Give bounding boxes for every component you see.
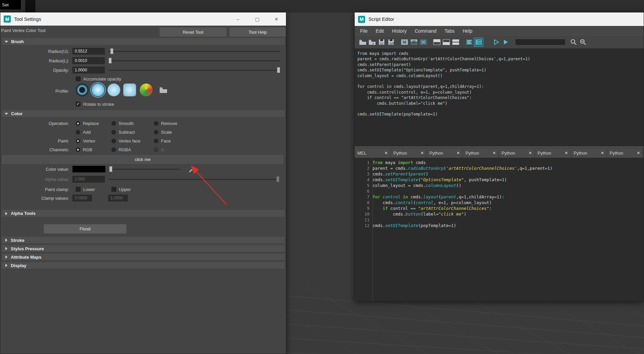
radio-vertex[interactable]: Vertex — [76, 137, 95, 144]
radio-rgb[interactable]: RGB — [76, 146, 92, 153]
editor-tab-python[interactable]: Python✕ — [499, 148, 535, 158]
tab-close-icon[interactable]: ✕ — [457, 151, 460, 155]
brush-profile-soft-icon[interactable] — [92, 84, 104, 96]
upper-clamp-checkbox[interactable]: Upper — [111, 186, 131, 193]
save-script-as-button[interactable] — [386, 38, 396, 46]
slider-handle[interactable] — [277, 67, 280, 73]
clear-history-button[interactable] — [400, 38, 409, 46]
editor-tab-python[interactable]: Python✕ — [463, 148, 499, 158]
menu-help[interactable]: Help — [462, 28, 472, 34]
section-header-brush[interactable]: Brush — [2, 38, 285, 45]
slider-handle[interactable] — [109, 58, 111, 63]
radio-label: RGBA — [119, 147, 131, 152]
line-numbers-toggle-button[interactable] — [474, 38, 483, 46]
lower-clamp-checkbox[interactable]: Lower — [76, 186, 95, 193]
checkbox-label: Accumulate opacity — [83, 76, 121, 82]
editor-tab-python[interactable]: Python✕ — [535, 148, 571, 158]
slider-handle[interactable] — [109, 166, 112, 172]
search-input[interactable] — [515, 39, 566, 45]
radio-replace[interactable]: Replace — [76, 120, 99, 127]
script-input-pane[interactable]: 1from maya import cmds2parent = cmds.rad… — [355, 158, 644, 301]
source-script-button[interactable] — [367, 38, 377, 46]
tab-close-icon[interactable]: ✕ — [601, 151, 604, 155]
rotate-to-stroke-checkbox[interactable]: Rotate to stroke — [76, 101, 114, 107]
radio-scale[interactable]: Scale — [154, 128, 172, 136]
paint-row: Paint: Vertex Vertex face Face — [0, 137, 286, 144]
search-options-button[interactable] — [578, 38, 588, 46]
command-completion-button[interactable] — [464, 38, 474, 46]
radius-u-input[interactable]: 0.5512 — [72, 48, 105, 55]
line-number: 12 — [355, 223, 373, 228]
click-me-button[interactable]: click me — [2, 155, 283, 164]
radio-rgba[interactable]: RGBA — [111, 146, 131, 153]
brush-profile-square-icon[interactable] — [123, 84, 136, 96]
radio-remove[interactable]: Remove — [154, 120, 177, 127]
tab-close-icon[interactable]: ✕ — [421, 151, 424, 155]
brush-profile-solid-icon[interactable] — [107, 84, 120, 96]
menu-edit[interactable]: Edit — [376, 28, 384, 34]
editor-tab-python[interactable]: Python✕ — [391, 148, 427, 158]
section-header-display[interactable]: Display — [2, 262, 285, 269]
tab-close-icon[interactable]: ✕ — [529, 151, 532, 155]
eyedropper-icon[interactable] — [188, 166, 195, 172]
folder-source-icon — [368, 39, 376, 45]
menu-file[interactable]: File — [360, 28, 368, 34]
close-button[interactable]: ✕ — [267, 12, 286, 26]
tab-close-icon[interactable]: ✕ — [385, 151, 388, 155]
tool-settings-titlebar[interactable]: M Tool Settings – ▢ ✕ — [0, 12, 286, 26]
radio-smooth[interactable]: Smooth — [111, 120, 134, 127]
minimize-button[interactable]: – — [228, 12, 248, 26]
maximize-button[interactable]: ▢ — [248, 12, 267, 26]
opacity-input[interactable]: 1.0000 — [72, 67, 105, 73]
background-menu-fragment[interactable]: Set — [0, 0, 21, 9]
menu-command[interactable]: Command — [415, 28, 437, 34]
history-line: for control in cmds.layout(parent,q=1,ch… — [357, 84, 644, 89]
browse-folder-icon[interactable] — [159, 86, 168, 94]
clear-all-button[interactable] — [419, 38, 428, 46]
editor-tab-mel[interactable]: MEL✕ — [355, 148, 391, 158]
radio-subtract[interactable]: Subtract — [111, 128, 135, 136]
show-input-pane-button[interactable] — [442, 38, 451, 46]
tab-close-icon[interactable]: ✕ — [565, 151, 568, 155]
editor-tab-python[interactable]: Python✕ — [571, 148, 607, 158]
section-header-stroke[interactable]: Stroke — [2, 237, 285, 244]
color-value-slider[interactable] — [109, 166, 180, 172]
radius-l-slider[interactable] — [109, 58, 280, 63]
section-label: Brush — [11, 39, 24, 44]
opacity-slider[interactable] — [109, 67, 280, 73]
show-both-panes-button[interactable] — [451, 38, 460, 46]
menu-history[interactable]: History — [392, 28, 407, 34]
accumulate-opacity-checkbox[interactable]: Accumulate opacity — [76, 75, 121, 82]
menu-tabs[interactable]: Tabs — [445, 28, 455, 34]
open-script-button[interactable] — [358, 38, 367, 46]
clear-input-button[interactable] — [409, 38, 419, 46]
section-header-alpha-tools[interactable]: Alpha Tools — [2, 210, 285, 217]
radio-vertex-face[interactable]: Vertex face — [111, 137, 140, 144]
tool-help-button[interactable]: Tool Help — [229, 27, 286, 37]
brush-profile-map-icon[interactable] — [140, 84, 153, 96]
section-header-color[interactable]: Color — [2, 110, 285, 118]
history-pane[interactable]: from maya import cmdsparent = cmds.radio… — [355, 49, 644, 147]
tab-close-icon[interactable]: ✕ — [637, 151, 640, 155]
radius-l-input[interactable]: 0.0010 — [72, 57, 105, 64]
brush-profile-gaussian-icon[interactable] — [76, 84, 89, 96]
section-header-stylus-pressure[interactable]: Stylus Pressure — [2, 245, 285, 252]
section-header-attribute-maps[interactable]: Attribute Maps — [2, 254, 285, 261]
slider-handle[interactable] — [110, 49, 113, 54]
radio-face[interactable]: Face — [154, 137, 171, 144]
save-script-button[interactable] — [377, 38, 386, 46]
tab-close-icon[interactable]: ✕ — [493, 151, 496, 155]
script-editor-titlebar[interactable]: M Script Editor — [355, 12, 644, 26]
color-swatch[interactable] — [72, 166, 105, 172]
show-history-pane-button[interactable] — [432, 38, 442, 46]
execute-button[interactable] — [491, 38, 501, 46]
editor-tab-python[interactable]: Python✕ — [607, 148, 643, 158]
radio-add[interactable]: Add — [76, 128, 91, 136]
reset-tool-button[interactable]: Reset Tool — [159, 27, 227, 37]
search-button[interactable] — [569, 38, 578, 46]
execute-all-button[interactable] — [501, 38, 510, 46]
code-line: 4cmds.setUITemplate("OptionsTemplate", p… — [355, 177, 644, 183]
editor-tab-python[interactable]: Python✕ — [427, 148, 463, 158]
flood-button[interactable]: Flood — [43, 224, 127, 234]
radius-u-slider[interactable] — [109, 49, 280, 54]
